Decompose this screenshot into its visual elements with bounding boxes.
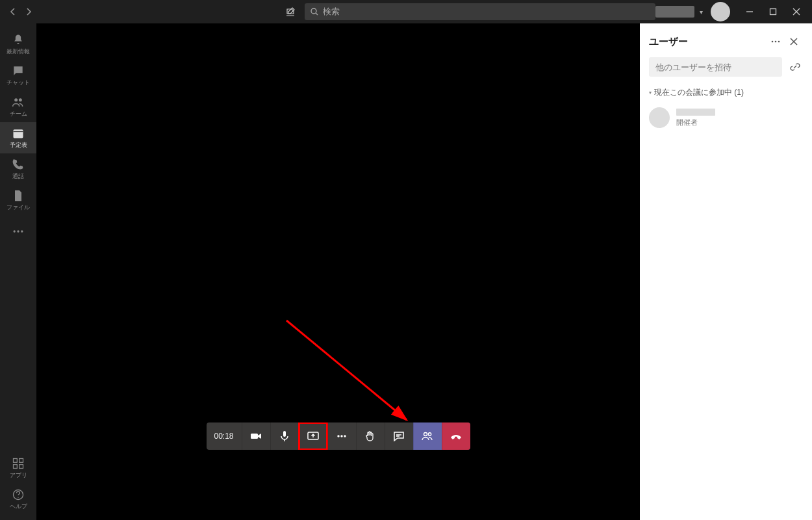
- window-close-button[interactable]: [786, 1, 807, 22]
- participant-role: 開催者: [676, 118, 715, 127]
- bell-icon: [12, 33, 25, 46]
- file-icon: [12, 189, 25, 202]
- mic-toggle-button[interactable]: [270, 422, 299, 450]
- help-icon: [12, 488, 25, 501]
- rail-chat[interactable]: チャット: [0, 60, 36, 91]
- participant-info: 開催者: [676, 109, 715, 127]
- rail-label: 通話: [12, 172, 24, 181]
- left-rail: 最新情報 チャット チーム 予定表 通話 ファイル アプリ ヘルプ: [0, 23, 36, 520]
- camera-icon: [249, 430, 262, 443]
- rail-help[interactable]: ヘルプ: [0, 484, 36, 515]
- rail-label: ファイル: [6, 203, 30, 212]
- search-input[interactable]: 検索: [305, 3, 655, 20]
- svg-rect-15: [283, 431, 286, 437]
- svg-point-17: [337, 435, 339, 437]
- annotation-arrow: [283, 317, 420, 428]
- teams-icon: [12, 96, 25, 109]
- rail-more[interactable]: [0, 216, 36, 247]
- participant-row[interactable]: 開催者: [640, 102, 812, 133]
- rail-calendar[interactable]: 予定表: [0, 122, 36, 153]
- people-panel: ユーザー ▾ 現在この会議に参加中 (1) 開催者: [640, 23, 812, 520]
- window-maximize-button[interactable]: [763, 1, 783, 22]
- panel-title: ユーザー: [649, 36, 767, 48]
- svg-point-22: [772, 41, 774, 43]
- svg-rect-1: [770, 9, 776, 15]
- svg-point-0: [311, 8, 316, 14]
- invite-row: [640, 57, 812, 83]
- share-screen-icon: [307, 430, 320, 443]
- camera-toggle-button[interactable]: [242, 422, 270, 450]
- meeting-toolbar: 00:18: [207, 422, 470, 450]
- close-icon: [789, 37, 798, 46]
- svg-rect-14: [251, 434, 258, 439]
- title-right: ▾: [655, 1, 807, 22]
- rail-activity[interactable]: 最新情報: [0, 29, 36, 60]
- user-avatar[interactable]: [711, 2, 730, 21]
- share-screen-button[interactable]: [299, 422, 327, 450]
- people-icon: [421, 430, 434, 443]
- nav-back-button[interactable]: [5, 4, 21, 20]
- rail-label: チャット: [6, 79, 30, 87]
- raise-hand-button[interactable]: [356, 422, 385, 450]
- compose-button[interactable]: [281, 3, 299, 21]
- svg-point-23: [775, 41, 777, 43]
- panel-header: ユーザー: [640, 23, 812, 57]
- invite-input[interactable]: [649, 57, 782, 77]
- svg-point-24: [778, 41, 780, 43]
- caret-down-icon: ▾: [649, 90, 652, 96]
- participants-button[interactable]: [413, 422, 442, 450]
- svg-point-6: [17, 230, 19, 232]
- participant-name: [676, 109, 715, 116]
- rail-teams[interactable]: チーム: [0, 91, 36, 122]
- apps-icon: [12, 457, 25, 470]
- rail-files[interactable]: ファイル: [0, 185, 36, 216]
- rail-label: ヘルプ: [10, 502, 27, 511]
- rail-label: チーム: [10, 110, 27, 118]
- rail-label: 予定表: [10, 141, 27, 150]
- ellipsis-icon: [12, 225, 25, 238]
- participant-avatar: [649, 107, 670, 128]
- svg-point-2: [14, 98, 18, 101]
- svg-point-20: [424, 433, 427, 436]
- svg-point-7: [21, 230, 23, 232]
- copy-link-button[interactable]: [787, 59, 803, 75]
- ellipsis-icon: [770, 36, 781, 47]
- phone-icon: [12, 158, 25, 171]
- more-actions-button[interactable]: [327, 422, 356, 450]
- rail-label: 最新情報: [6, 47, 30, 56]
- svg-line-13: [286, 320, 407, 420]
- rail-bottom: アプリ ヘルプ: [0, 452, 36, 515]
- svg-rect-4: [14, 129, 23, 138]
- hangup-button[interactable]: [442, 422, 470, 450]
- status-chevron-icon[interactable]: ▾: [700, 8, 703, 16]
- rail-apps[interactable]: アプリ: [0, 452, 36, 484]
- svg-rect-9: [19, 458, 23, 462]
- panel-close-button[interactable]: [785, 32, 803, 51]
- chat-icon: [392, 430, 405, 443]
- panel-more-button[interactable]: [767, 32, 785, 51]
- svg-point-3: [19, 98, 22, 101]
- link-icon: [790, 62, 800, 72]
- status-chip[interactable]: [655, 6, 694, 18]
- meeting-timer: 00:18: [207, 422, 242, 450]
- svg-point-19: [344, 435, 346, 437]
- svg-rect-11: [19, 464, 23, 468]
- nav-forward-button[interactable]: [21, 4, 36, 20]
- search-icon: [310, 7, 319, 16]
- rail-calls[interactable]: 通話: [0, 153, 36, 185]
- svg-rect-8: [14, 458, 18, 462]
- mic-icon: [278, 430, 291, 443]
- title-bar: 検索 ▾: [0, 0, 812, 23]
- meeting-stage: 00:18: [36, 23, 640, 520]
- ellipsis-icon: [335, 430, 348, 443]
- window-minimize-button[interactable]: [739, 1, 760, 22]
- participants-section-header[interactable]: ▾ 現在この会議に参加中 (1): [640, 83, 812, 102]
- svg-point-21: [428, 433, 431, 436]
- svg-point-5: [14, 230, 16, 232]
- chat-button[interactable]: [385, 422, 413, 450]
- chat-icon: [12, 64, 25, 77]
- search-placeholder: 検索: [323, 6, 340, 18]
- svg-rect-10: [14, 464, 18, 468]
- calendar-icon: [12, 127, 25, 140]
- rail-label: アプリ: [10, 471, 27, 480]
